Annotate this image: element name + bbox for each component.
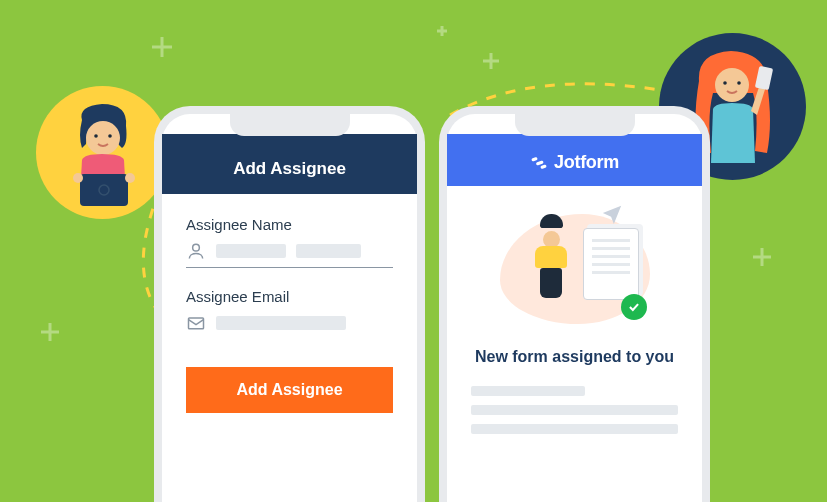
placeholder-skeleton bbox=[216, 244, 286, 258]
svg-point-6 bbox=[125, 173, 135, 183]
placeholder-skeleton bbox=[216, 316, 346, 330]
text-skeleton bbox=[471, 424, 678, 434]
text-skeleton bbox=[471, 386, 585, 396]
add-assignee-button[interactable]: Add Assignee bbox=[186, 367, 393, 413]
check-icon bbox=[621, 294, 647, 320]
placeholder-skeleton bbox=[296, 244, 361, 258]
svg-point-0 bbox=[86, 121, 120, 155]
phone-notch bbox=[515, 114, 635, 136]
svg-point-5 bbox=[73, 173, 83, 183]
header-title: Add Assignee bbox=[162, 134, 417, 194]
notification-title: New form assigned to you bbox=[471, 348, 678, 366]
envelope-icon bbox=[186, 313, 206, 333]
svg-point-8 bbox=[723, 81, 727, 85]
svg-rect-15 bbox=[540, 164, 547, 169]
svg-point-7 bbox=[715, 68, 749, 102]
svg-rect-3 bbox=[80, 174, 128, 206]
svg-point-9 bbox=[737, 81, 741, 85]
avatar-left bbox=[36, 86, 169, 219]
svg-rect-12 bbox=[189, 318, 204, 329]
svg-point-11 bbox=[193, 244, 200, 251]
text-skeleton bbox=[471, 405, 678, 415]
brand-name: Jotform bbox=[554, 152, 619, 173]
illustration bbox=[471, 204, 678, 334]
name-input[interactable] bbox=[186, 241, 393, 268]
brand-header: Jotform bbox=[447, 134, 702, 186]
svg-rect-14 bbox=[536, 160, 544, 165]
svg-point-1 bbox=[94, 134, 98, 138]
email-label: Assignee Email bbox=[186, 288, 393, 305]
svg-point-2 bbox=[108, 134, 112, 138]
name-label: Assignee Name bbox=[186, 216, 393, 233]
email-input[interactable] bbox=[186, 313, 393, 339]
svg-rect-13 bbox=[531, 156, 538, 161]
jotform-logo-icon bbox=[530, 154, 548, 172]
phone-add-assignee: Add Assignee Assignee Name Assignee Emai… bbox=[162, 114, 417, 502]
phone-notification: Jotform New form assigned to you bbox=[447, 114, 702, 502]
person-icon bbox=[186, 241, 206, 261]
phone-notch bbox=[230, 114, 350, 136]
